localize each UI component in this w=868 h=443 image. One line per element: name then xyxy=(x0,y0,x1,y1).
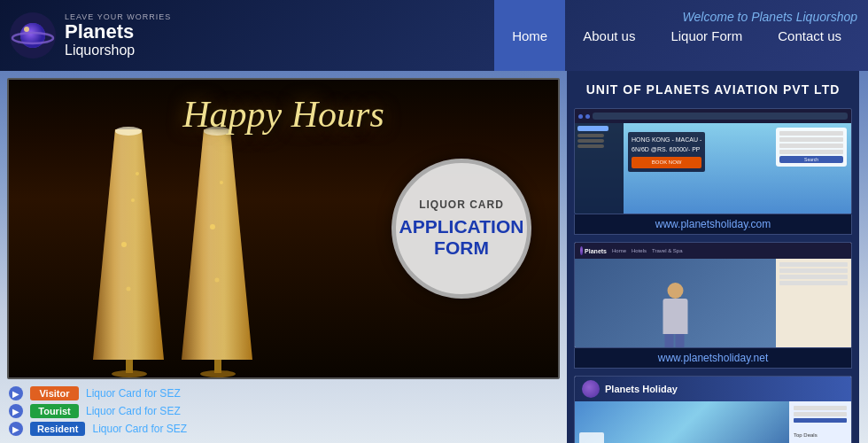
badge-visitor: Visitor xyxy=(30,386,79,400)
svg-point-11 xyxy=(127,287,131,291)
sidebar-card-1[interactable]: HONG KONG - MACAU -6N/6D @RS. 60000/- PP… xyxy=(574,108,852,235)
svg-point-8 xyxy=(200,370,236,377)
card3-body-text: Top Deals xyxy=(794,432,818,438)
link-row-tourist: ▶ Tourist Liquor Card for SEZ xyxy=(9,404,558,418)
badge-title: LIQUOR CARD xyxy=(419,198,504,213)
arrow-visitor: ▶ xyxy=(9,386,23,400)
logo-area: LEAVE YOUR WORRIES Planets Liquorshop xyxy=(9,12,171,60)
welcome-message: Welcome to Planets Liquorshop xyxy=(683,9,857,25)
badge-resident: Resident xyxy=(30,422,85,436)
nav-home[interactable]: Home xyxy=(494,0,565,71)
link-row-resident: ▶ Resident Liquor Card for SEZ xyxy=(9,422,558,436)
svg-point-10 xyxy=(131,198,135,202)
link-tourist[interactable]: Liquor Card for SEZ xyxy=(86,405,181,417)
nav-about[interactable]: About us xyxy=(565,0,653,71)
svg-point-9 xyxy=(121,242,127,247)
application-badge: LIQUOR CARD APPLICATION FORM xyxy=(391,159,531,299)
svg-point-15 xyxy=(215,278,220,283)
link-resident[interactable]: Liquor Card for SEZ xyxy=(92,423,187,435)
badge-tourist: Tourist xyxy=(30,404,79,418)
svg-point-14 xyxy=(220,181,223,184)
svg-point-13 xyxy=(210,224,215,229)
link-visitor[interactable]: Liquor Card for SEZ xyxy=(86,387,181,400)
svg-point-4 xyxy=(24,27,29,32)
right-sidebar: UNIT OF PLANETS AVIATION PVT LTD xyxy=(567,71,859,443)
logo-name: Planets xyxy=(65,21,171,43)
svg-point-16 xyxy=(115,127,142,136)
liquor-links: ▶ Visitor Liquor Card for SEZ ▶ Tourist … xyxy=(0,383,567,443)
card2-label: www.planetsholiday.net xyxy=(574,348,852,369)
arrow-resident: ▶ xyxy=(9,422,23,436)
logo-sub: Liquorshop xyxy=(65,43,171,58)
svg-point-6 xyxy=(112,370,147,377)
hero-heading: Happy Hours xyxy=(182,94,384,135)
arrow-tourist: ▶ xyxy=(9,404,23,418)
card1-label: www.planetsholiday.com xyxy=(574,214,852,235)
card3-logo-text: Planets Holiday xyxy=(605,384,678,394)
sidebar-card-2[interactable]: Planets Home Hotels Travel & Spa xyxy=(574,242,852,369)
sidebar-card-3[interactable]: Planets Holiday Today's Top Deals xyxy=(574,376,852,443)
svg-point-12 xyxy=(136,172,139,175)
sidebar-title: UNIT OF PLANETS AVIATION PVT LTD xyxy=(574,78,852,101)
link-row-visitor: ▶ Visitor Liquor Card for SEZ xyxy=(9,386,558,400)
badge-main: APPLICATION FORM xyxy=(399,216,524,259)
